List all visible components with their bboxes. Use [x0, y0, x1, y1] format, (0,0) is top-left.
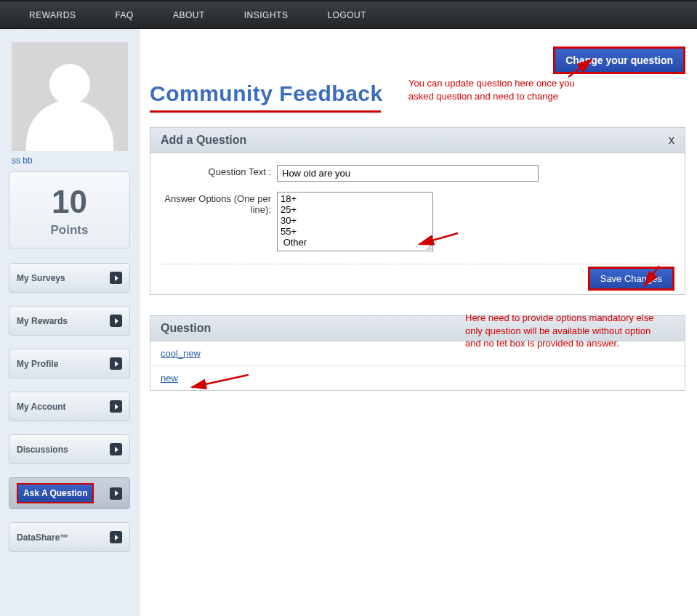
sidebar: ss bb 10 Points My Surveys My Rewards My… — [0, 29, 140, 616]
separator — [161, 264, 674, 264]
arrow-icon — [110, 487, 122, 500]
top-nav: REWARDS FAQ ABOUT INSIGHTS LOGOUT — [0, 0, 697, 29]
avatar-placeholder-icon — [26, 64, 113, 151]
nav-rewards[interactable]: REWARDS — [29, 10, 76, 20]
arrow-icon — [110, 531, 122, 543]
sidebar-item-label: My Rewards — [17, 316, 68, 326]
answer-options-label: Answer Options (One per line): — [161, 192, 277, 254]
sidebar-item-my-rewards[interactable]: My Rewards — [9, 306, 130, 336]
nav-insights[interactable]: INSIGHTS — [244, 10, 289, 20]
arrow-icon — [110, 272, 122, 284]
title-underline — [150, 110, 381, 113]
username-label: ss bb — [12, 155, 132, 166]
sidebar-item-label: My Surveys — [17, 273, 65, 283]
annotation-options-required: Here need to provide options mandatory e… — [465, 312, 661, 350]
add-question-panel: Add a Question x Question Text : Answer … — [150, 127, 685, 295]
question-text-label: Question Text : — [161, 165, 277, 182]
arrow-icon — [110, 357, 122, 370]
question-link[interactable]: new — [161, 373, 178, 384]
add-question-heading: Add a Question — [161, 134, 246, 147]
panel-heading: Add a Question x — [150, 128, 685, 153]
nav-about[interactable]: ABOUT — [173, 10, 205, 20]
change-your-question-button[interactable]: Change your question — [553, 46, 685, 74]
sidebar-item-ask-a-question[interactable]: Ask A Question — [9, 477, 130, 509]
points-box: 10 Points — [9, 171, 130, 248]
question-link[interactable]: cool_new — [161, 348, 201, 359]
sidebar-item-label: Discussions — [17, 445, 68, 455]
nav-logout[interactable]: LOGOUT — [327, 10, 366, 20]
sidebar-item-label: Ask A Question — [17, 483, 94, 503]
close-icon[interactable]: x — [669, 134, 674, 147]
question-row: new — [150, 366, 685, 390]
arrow-icon — [110, 400, 122, 413]
sidebar-item-label: DataShare™ — [17, 532, 68, 543]
sidebar-item-discussions[interactable]: Discussions — [9, 434, 130, 464]
sidebar-item-my-surveys[interactable]: My Surveys — [9, 263, 130, 293]
sidebar-item-label: My Profile — [17, 359, 58, 369]
avatar — [12, 42, 128, 151]
main-content: Change your question Community Feedback … — [140, 29, 697, 391]
answer-options-textarea[interactable] — [277, 192, 433, 251]
annotation-change-question: You can update question here once you as… — [408, 77, 597, 102]
sidebar-item-label: My Account — [17, 402, 66, 412]
sidebar-item-my-account[interactable]: My Account — [9, 392, 130, 421]
question-text-input[interactable] — [277, 165, 539, 182]
sidebar-item-datashare[interactable]: DataShare™ — [9, 522, 130, 552]
arrow-icon — [110, 443, 122, 455]
points-value: 10 — [17, 184, 122, 220]
arrow-icon — [110, 315, 122, 327]
sidebar-item-my-profile[interactable]: My Profile — [9, 349, 130, 378]
points-label: Points — [17, 223, 122, 238]
save-changes-button[interactable]: Save Changes — [588, 267, 674, 291]
nav-faq[interactable]: FAQ — [115, 10, 134, 20]
